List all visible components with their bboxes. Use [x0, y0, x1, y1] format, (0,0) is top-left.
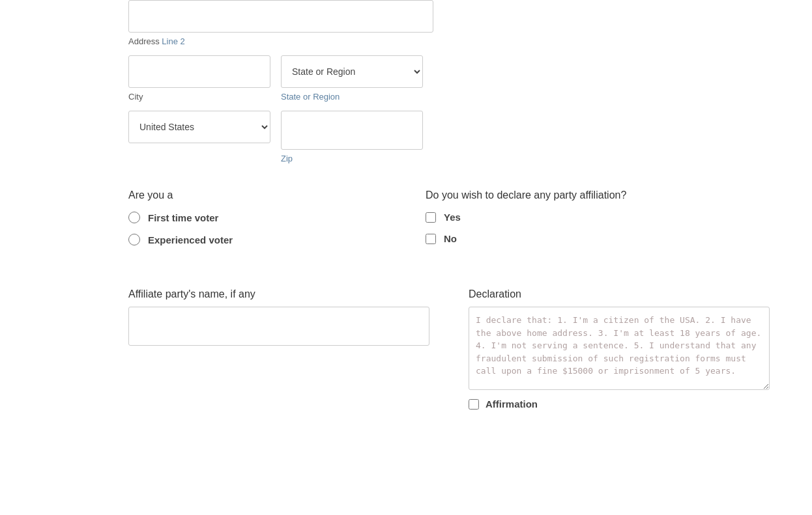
country-select[interactable]: United States Canada Mexico United Kingd… — [128, 111, 270, 143]
first-time-voter-option: First time voter — [128, 212, 386, 223]
declaration-title: Declaration — [469, 288, 770, 300]
affirmation-checkbox[interactable] — [469, 399, 479, 410]
party-section-title: Do you wish to declare any party affilia… — [426, 189, 684, 201]
city-field-wrapper: City — [128, 55, 270, 102]
party-no-label[interactable]: No — [444, 233, 457, 244]
no-option: No — [426, 233, 684, 244]
affirmation-row: Affirmation — [469, 398, 770, 410]
address-line2-colored: Line 2 — [162, 36, 184, 46]
address-line2-label: Address Line 2 — [128, 36, 684, 46]
yes-option: Yes — [426, 212, 684, 223]
zip-wrapper: Zip — [281, 111, 423, 163]
voter-section-title: Are you a — [128, 189, 386, 201]
city-input[interactable] — [128, 55, 270, 88]
city-state-row: City State or Region Alabama Alaska Ariz… — [128, 55, 684, 102]
declaration-section: Declaration I declare that: 1. I'm a cit… — [469, 288, 770, 410]
first-time-voter-radio[interactable] — [128, 212, 140, 223]
address-line2-input[interactable] — [128, 0, 433, 33]
page-container: Address Line 2 City State or Region Alab… — [0, 0, 812, 515]
zip-label: Zip — [281, 154, 423, 163]
state-select[interactable]: State or Region Alabama Alaska Arizona C… — [281, 55, 423, 88]
party-section: Do you wish to declare any party affilia… — [426, 189, 684, 256]
experienced-voter-label[interactable]: Experienced voter — [148, 234, 233, 245]
party-no-checkbox[interactable] — [426, 234, 436, 244]
city-label: City — [128, 92, 270, 102]
voter-section: Are you a First time voter Experienced v… — [128, 189, 386, 256]
declaration-textarea[interactable]: I declare that: 1. I'm a citizen of the … — [469, 307, 770, 390]
party-yes-label[interactable]: Yes — [444, 212, 461, 223]
state-select-wrapper: State or Region Alabama Alaska Arizona C… — [281, 55, 423, 102]
affiliate-input[interactable] — [128, 307, 429, 346]
voter-party-row: Are you a First time voter Experienced v… — [128, 189, 684, 256]
zip-input[interactable] — [281, 111, 423, 150]
country-zip-row: United States Canada Mexico United Kingd… — [128, 111, 684, 163]
address-section: Address Line 2 City State or Region Alab… — [128, 0, 684, 163]
experienced-voter-radio[interactable] — [128, 234, 140, 245]
affiliate-section: Affiliate party's name, if any — [128, 288, 429, 410]
first-time-voter-label[interactable]: First time voter — [148, 212, 218, 223]
bottom-sections-row: Affiliate party's name, if any Declarati… — [128, 256, 684, 410]
affirmation-label[interactable]: Affirmation — [486, 398, 538, 410]
state-label: State or Region — [281, 92, 423, 102]
party-yes-checkbox[interactable] — [426, 212, 436, 223]
experienced-voter-option: Experienced voter — [128, 234, 386, 245]
affiliate-section-title: Affiliate party's name, if any — [128, 288, 429, 300]
